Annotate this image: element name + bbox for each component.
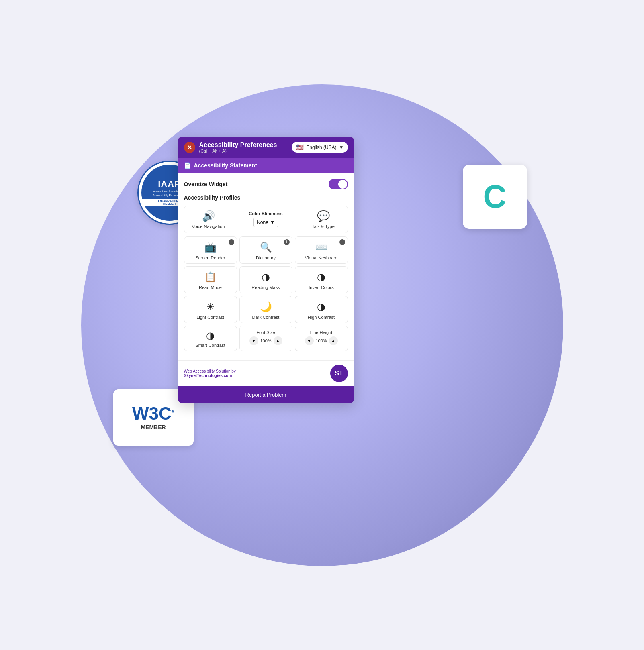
feature-grid: i 📺 Screen Reader i 🔍 Dictionary i ⌨️ Vi… [184,236,348,323]
smart-contrast-cell: ◑ Smart Contrast [184,326,237,351]
oversize-widget-row: Oversize Widget [184,179,348,189]
font-size-cell: Font Size ▼ 100% ▲ [239,326,292,351]
read-mode-label: Read Mode [199,285,222,290]
lang-label: English (USA) [306,145,336,150]
line-height-label: Line Height [310,330,333,335]
font-size-decrease[interactable]: ▼ [249,336,258,345]
statement-bar[interactable]: 📄 Accessibility Statement [178,158,354,173]
toggle-thumb [338,180,347,189]
language-button[interactable]: 🇺🇸 English (USA) ▼ [292,142,348,153]
invert-colors-icon: ◑ [317,271,325,283]
footer-line1: Web Accessibility Solution by [184,369,236,373]
font-size-label: Font Size [256,330,275,335]
footer-line2: SkynetTechnologies.com [184,373,236,378]
line-height-value: 100% [315,338,327,343]
skynet-logo: ST [330,365,348,382]
info-icon: i [284,239,290,245]
chevron-down-icon: ▼ [270,220,275,225]
high-contrast-icon: ◑ [317,301,325,312]
panel-body: Oversize Widget Accessibility Profiles 🔊… [178,173,354,360]
dictionary-icon: 🔍 [260,242,272,253]
dark-contrast-button[interactable]: 🌙 Dark Contrast [239,296,292,323]
screen-reader-label: Screen Reader [196,255,225,260]
line-height-increase[interactable]: ▲ [329,336,338,345]
dark-contrast-label: Dark Contrast [252,315,280,320]
color-blindness-block: Color Blindness None ▼ [249,211,282,227]
voice-navigation-item[interactable]: 🔊 Voice Navigation [188,210,229,229]
chevron-down-icon: ▼ [339,145,344,150]
reading-mask-button[interactable]: ◑ Reading Mask [239,266,292,293]
oversize-label: Oversize Widget [184,181,228,187]
dictionary-label: Dictionary [256,255,276,260]
font-size-stepper: ▼ 100% ▲ [249,336,282,345]
font-size-value: 100% [260,338,272,343]
smart-contrast-label: Smart Contrast [196,343,225,348]
high-contrast-label: High Contrast [308,315,335,320]
teal-c-icon: C [483,178,507,215]
panel-footer: Web Accessibility Solution by SkynetTech… [178,360,354,386]
virtual-keyboard-label: Virtual Keyboard [305,255,337,260]
virtual-keyboard-icon: ⌨️ [315,242,327,253]
light-contrast-label: Light Contrast [196,315,224,320]
footer-text-block: Web Accessibility Solution by SkynetTech… [184,369,236,378]
virtual-keyboard-button[interactable]: i ⌨️ Virtual Keyboard [295,236,348,264]
statement-label: Accessibility Statement [194,162,257,169]
report-bar[interactable]: Report a Problem [178,386,354,403]
reading-mask-icon: ◑ [262,271,270,283]
profiles-top-row: 🔊 Voice Navigation Color Blindness None … [184,206,348,233]
title-block: Accessibility Preferences (Ctrl + Alt + … [199,141,277,153]
profiles-title: Accessibility Profiles [184,194,348,201]
panel-title: Accessibility Preferences [199,141,277,149]
color-blindness-label: Color Blindness [249,211,282,216]
header-left: ✕ Accessibility Preferences (Ctrl + Alt … [184,141,277,153]
dark-contrast-icon: 🌙 [260,301,272,312]
panel-header: ✕ Accessibility Preferences (Ctrl + Alt … [178,137,354,158]
oversize-toggle[interactable] [329,179,348,189]
stepper-grid: ◑ Smart Contrast Font Size ▼ 100% ▲ Line… [184,326,348,351]
line-height-stepper: ▼ 100% ▲ [305,336,338,345]
panel-shortcut: (Ctrl + Alt + A) [199,149,277,153]
screen-reader-button[interactable]: i 📺 Screen Reader [184,236,237,264]
invert-colors-button[interactable]: ◑ Invert Colors [295,266,348,293]
talk-type-label: Talk & Type [312,224,335,229]
line-height-decrease[interactable]: ▼ [305,336,314,345]
light-contrast-button[interactable]: ☀ Light Contrast [184,296,237,323]
line-height-cell: Line Height ▼ 100% ▲ [295,326,348,351]
info-icon: i [229,239,234,245]
teal-c-badge: C [463,165,527,229]
w3c-member: MEMBER [141,424,166,430]
statement-icon: 📄 [184,162,191,169]
font-size-increase[interactable]: ▲ [274,336,282,345]
talk-type-icon: 💬 [317,210,330,222]
report-link[interactable]: Report a Problem [245,392,286,398]
voice-navigation-label: Voice Navigation [192,224,225,229]
flag-icon: 🇺🇸 [296,143,304,151]
dictionary-button[interactable]: i 🔍 Dictionary [239,236,292,264]
high-contrast-button[interactable]: ◑ High Contrast [295,296,348,323]
smart-contrast-icon: ◑ [206,330,215,341]
talk-and-type-item[interactable]: 💬 Talk & Type [303,210,343,229]
accessibility-panel: ✕ Accessibility Preferences (Ctrl + Alt … [178,137,354,403]
light-contrast-icon: ☀ [206,301,215,312]
info-icon: i [339,239,345,245]
voice-navigation-icon: 🔊 [202,210,215,222]
color-blindness-select[interactable]: None ▼ [253,218,278,227]
read-mode-button[interactable]: 📋 Read Mode [184,266,237,293]
screen-reader-icon: 📺 [204,242,217,253]
reading-mask-label: Reading Mask [251,285,280,290]
close-button[interactable]: ✕ [184,142,195,153]
background-circle: IAAP International Association of Access… [81,84,563,566]
w3c-logo: W3C® [132,405,174,422]
invert-colors-label: Invert Colors [309,285,333,290]
read-mode-icon: 📋 [204,271,217,283]
